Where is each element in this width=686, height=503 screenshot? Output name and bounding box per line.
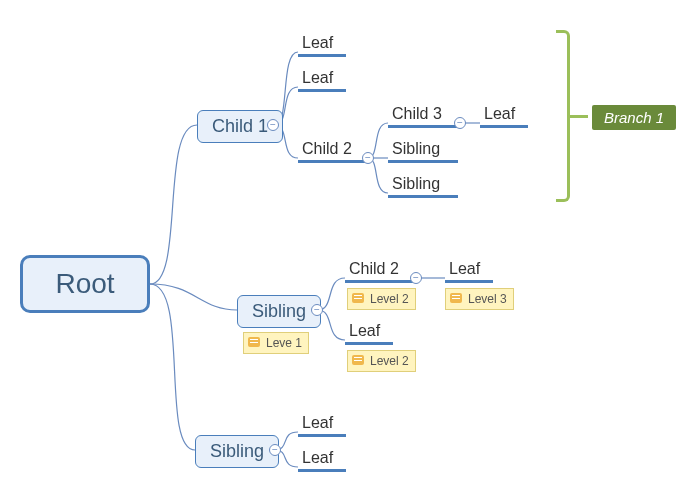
sibling-bot-label: Sibling bbox=[210, 441, 264, 461]
leaf-label: Child 2 bbox=[349, 260, 399, 277]
leaf-label: Leaf bbox=[449, 260, 480, 277]
child1-label: Child 1 bbox=[212, 116, 268, 136]
note-label: Level 3 bbox=[468, 292, 507, 306]
leaf-label: Sibling bbox=[392, 140, 440, 157]
mid-child2-leaf[interactable]: Leaf bbox=[445, 260, 493, 283]
bot-leaf2[interactable]: Leaf bbox=[298, 449, 346, 472]
leaf-label: Leaf bbox=[302, 69, 333, 86]
root-label: Root bbox=[55, 268, 114, 299]
leaf-label: Sibling bbox=[392, 175, 440, 192]
note-level2a[interactable]: Level 2 bbox=[347, 288, 416, 310]
sibling-bot-node[interactable]: Sibling bbox=[195, 435, 279, 468]
child2-sibling2[interactable]: Sibling bbox=[388, 175, 458, 198]
note-level2b[interactable]: Level 2 bbox=[347, 350, 416, 372]
note-level3[interactable]: Level 3 bbox=[445, 288, 514, 310]
leaf-label: Leaf bbox=[302, 449, 333, 466]
child3-leaf[interactable]: Leaf bbox=[480, 105, 528, 128]
sibling-mid-node[interactable]: Sibling bbox=[237, 295, 321, 328]
child2-sibling1[interactable]: Sibling bbox=[388, 140, 458, 163]
leaf-label: Child 2 bbox=[302, 140, 352, 157]
badge-label: Branch 1 bbox=[604, 109, 664, 126]
child1-leaf1[interactable]: Leaf bbox=[298, 34, 346, 57]
branch-bracket bbox=[556, 30, 570, 202]
collapse-icon[interactable]: − bbox=[311, 304, 323, 316]
sibling-mid-label: Sibling bbox=[252, 301, 306, 321]
branch-badge: Branch 1 bbox=[592, 105, 676, 130]
mid-child2[interactable]: Child 2 bbox=[345, 260, 415, 283]
leaf-label: Child 3 bbox=[392, 105, 442, 122]
root-node[interactable]: Root bbox=[20, 255, 150, 313]
note-label: Level 2 bbox=[370, 292, 409, 306]
note-label: Level 2 bbox=[370, 354, 409, 368]
leaf-label: Leaf bbox=[349, 322, 380, 339]
leaf-label: Leaf bbox=[302, 414, 333, 431]
collapse-icon[interactable]: − bbox=[410, 272, 422, 284]
bracket-tail bbox=[570, 115, 588, 118]
child2-child3[interactable]: Child 3 bbox=[388, 105, 458, 128]
mid-leaf[interactable]: Leaf bbox=[345, 322, 393, 345]
note-level1[interactable]: Leve 1 bbox=[243, 332, 309, 354]
collapse-icon[interactable]: − bbox=[267, 119, 279, 131]
collapse-icon[interactable]: − bbox=[269, 444, 281, 456]
collapse-icon[interactable]: − bbox=[362, 152, 374, 164]
note-label: Leve 1 bbox=[266, 336, 302, 350]
leaf-label: Leaf bbox=[484, 105, 515, 122]
child1-child2[interactable]: Child 2 bbox=[298, 140, 368, 163]
leaf-label: Leaf bbox=[302, 34, 333, 51]
child1-leaf2[interactable]: Leaf bbox=[298, 69, 346, 92]
bot-leaf1[interactable]: Leaf bbox=[298, 414, 346, 437]
collapse-icon[interactable]: − bbox=[454, 117, 466, 129]
